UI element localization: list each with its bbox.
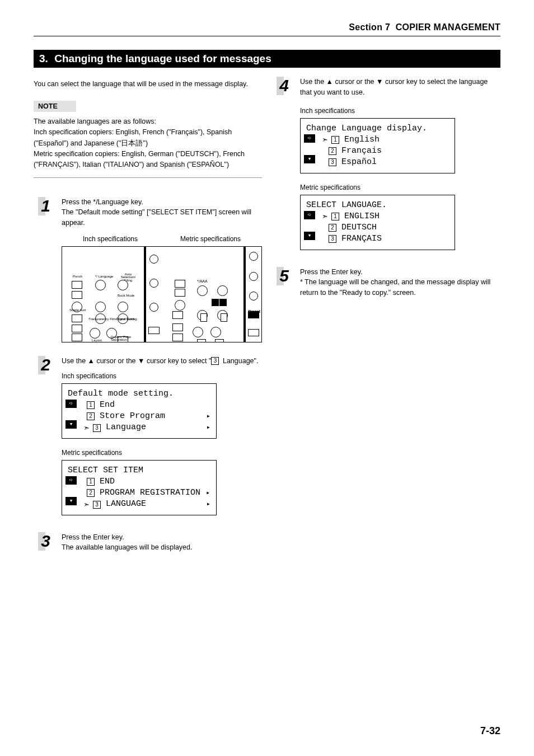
panel-right-strip-2 bbox=[245, 247, 261, 342]
triangle-right-icon: ▸ bbox=[207, 500, 210, 509]
panel-icon bbox=[72, 291, 82, 299]
panel-button bbox=[149, 279, 158, 288]
panel-button bbox=[95, 302, 106, 312]
arrow-right-icon: ➪ bbox=[65, 400, 77, 408]
lcd-row: End bbox=[100, 400, 115, 411]
triangle-right-icon: ▸ bbox=[206, 489, 210, 497]
step1-sub-metric: Metric specifications bbox=[180, 234, 241, 244]
panel-icon bbox=[197, 339, 206, 342]
panel-button bbox=[148, 327, 160, 334]
arrow-down-icon: ▾ bbox=[65, 497, 77, 505]
panel-icon bbox=[72, 325, 82, 332]
step-2-number: 2 bbox=[38, 356, 51, 374]
panel-inch: Punch */ Language Auto Selection/ Filing… bbox=[62, 247, 145, 342]
left-column: You can select the language that will be… bbox=[34, 79, 262, 561]
step-2-text-b: Language". bbox=[221, 357, 258, 365]
panel-button bbox=[149, 255, 158, 264]
panel-icon bbox=[72, 314, 82, 322]
lcd-row: END bbox=[100, 476, 115, 487]
panel-button bbox=[193, 327, 203, 337]
step-5-line1: Press the Enter key. bbox=[300, 268, 363, 276]
lcd-row: PROGRAM REGISTRATION bbox=[100, 487, 200, 499]
note-line3: Metric specification copiers: English, G… bbox=[34, 150, 245, 168]
topic-title: Changing the language used for messages bbox=[54, 53, 271, 64]
intro-text: You can select the language that will be… bbox=[34, 79, 262, 90]
step-5: 5 Press the Enter key. * The language wi… bbox=[272, 267, 500, 298]
note-heading: NOTE bbox=[34, 101, 76, 112]
topic-title-bar: 3. Changing the language used for messag… bbox=[34, 50, 500, 68]
section-title: COPIER MANAGEMENT bbox=[396, 22, 500, 32]
header-rule bbox=[34, 36, 500, 36]
panel-button bbox=[149, 303, 158, 312]
step-2-numref: 3 bbox=[211, 357, 219, 365]
step-5-number: 5 bbox=[277, 267, 290, 285]
lcd-row: LANGUAGE bbox=[106, 499, 146, 510]
panel-icon bbox=[200, 313, 207, 322]
step-3-line1: Press the Enter key. bbox=[62, 533, 124, 541]
panel-button bbox=[90, 328, 100, 339]
step-1-number: 1 bbox=[38, 197, 51, 215]
step2-sub-inch: Inch specifications bbox=[62, 371, 262, 381]
step2-sub-metric: Metric specifications bbox=[62, 448, 262, 458]
cursor-icon: ➣ bbox=[83, 500, 90, 510]
step-1: 1 Press the */Language key. The "Default… bbox=[34, 197, 262, 348]
note-japanese: 日本語 bbox=[121, 139, 143, 147]
step-5-line2: * The language will be changed, and the … bbox=[300, 278, 490, 297]
step-1-line1: Press the */Language key. bbox=[62, 198, 143, 206]
step-3: 3 Press the Enter key. The available lan… bbox=[34, 532, 262, 553]
panel-label: Staple Sort bbox=[69, 309, 86, 312]
panel-button bbox=[249, 292, 258, 300]
lcd-row: ENGLISH bbox=[344, 211, 380, 222]
lcd-title: Change Language display. bbox=[306, 123, 449, 134]
lcd-row: English bbox=[344, 134, 380, 145]
step-1-line2: The "Default mode setting" ["SELECT SET … bbox=[62, 208, 251, 227]
panel-icon bbox=[175, 289, 185, 297]
panel-button bbox=[210, 327, 221, 337]
panel-right-strip-1: Preset bbox=[145, 247, 162, 342]
lcd-change-language: ➪ ▾ Change Language display. ➣1English 2… bbox=[300, 118, 455, 173]
note-body: The available languages are as follows: … bbox=[34, 116, 262, 178]
panel-label: Duplex/ Page Separation bbox=[111, 336, 139, 341]
panel-button bbox=[118, 280, 128, 290]
topic-number: 3. bbox=[39, 53, 51, 65]
panel-metric: */AAA bbox=[162, 247, 245, 342]
right-column: 4 Use the ▲ cursor or the ▼ cursor key t… bbox=[272, 79, 500, 561]
panel-button bbox=[217, 285, 228, 296]
panel-button bbox=[175, 300, 185, 311]
panel-label: Digital Editing bbox=[116, 318, 137, 321]
step1-sub-inch: Inch specifications bbox=[83, 234, 138, 244]
lcd-row: DEUTSCH bbox=[341, 222, 377, 233]
cursor-icon: ➣ bbox=[322, 212, 328, 222]
step4-sub-inch: Inch specifications bbox=[300, 106, 500, 116]
cursor-icon: ➣ bbox=[322, 135, 328, 145]
panel-icon bbox=[172, 311, 183, 319]
step-4-text: Use the ▲ cursor or the ▼ cursor key to … bbox=[300, 78, 488, 96]
step-3-line2: The available languages will be displaye… bbox=[62, 543, 192, 551]
panel-icon bbox=[175, 280, 185, 288]
panel-button bbox=[118, 302, 128, 312]
control-panel-figure: Punch */ Language Auto Selection/ Filing… bbox=[62, 246, 262, 342]
lcd-row: FRANÇAIS bbox=[341, 233, 382, 245]
lcd-select-language: ➪ ▾ SELECT LANGUAGE. ➣1ENGLISH 2DEUTSCH … bbox=[300, 195, 455, 250]
panel-label: */ Language bbox=[95, 274, 113, 279]
cursor-icon: ➣ bbox=[83, 423, 90, 433]
step-4-number: 4 bbox=[277, 77, 290, 95]
lcd-row: Store Program bbox=[100, 411, 165, 422]
arrow-down-icon: ▾ bbox=[304, 155, 315, 163]
section-label: Section 7 bbox=[349, 22, 390, 32]
step-4: 4 Use the ▲ cursor or the ▼ cursor key t… bbox=[272, 77, 500, 259]
step-2: 2 Use the ▲ cursor or the ▼ cursor key t… bbox=[34, 356, 262, 524]
lcd-row: Español bbox=[341, 157, 377, 168]
lcd-title: Default mode setting. bbox=[68, 388, 210, 400]
step-2-text-a: Use the ▲ cursor or the ▼ cursor key to … bbox=[62, 357, 211, 365]
panel-icon bbox=[215, 339, 224, 342]
lcd-select-set-item: ➪ ▾ SELECT SET ITEM 1END 2PROGRAM REGIST… bbox=[62, 460, 217, 515]
panel-button bbox=[248, 329, 259, 336]
lcd-title: SELECT SET ITEM bbox=[68, 465, 210, 476]
panel-icon bbox=[219, 299, 227, 306]
panel-label: */AAA bbox=[197, 279, 208, 285]
note-line1: The available languages are as follows: bbox=[34, 118, 156, 125]
arrow-down-icon: ▾ bbox=[304, 232, 315, 240]
panel-label: Punch bbox=[73, 274, 82, 279]
panel-icon bbox=[221, 313, 227, 322]
